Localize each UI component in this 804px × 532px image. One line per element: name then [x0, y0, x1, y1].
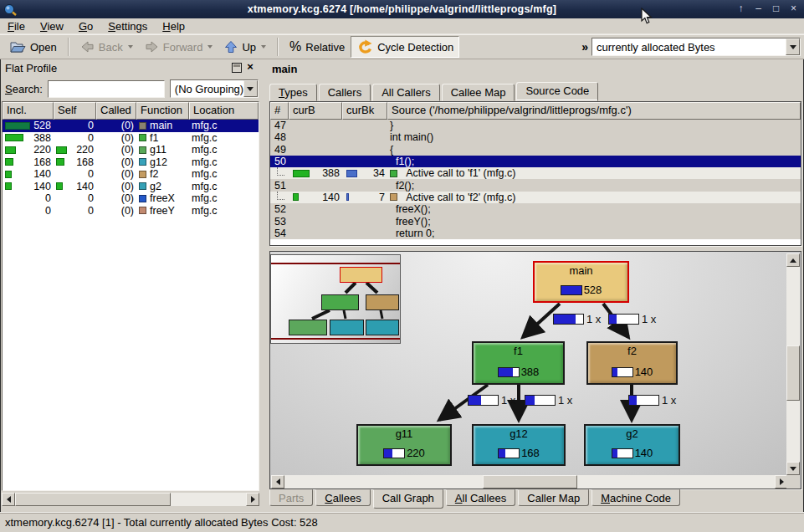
graph-node-g2[interactable]: g2 140 [584, 424, 680, 466]
col-function[interactable]: Function [136, 102, 189, 120]
graph-horizontal-scrollbar[interactable] [271, 475, 788, 489]
edge-label-main-f2: 1 x [608, 313, 656, 325]
graph-overview[interactable] [270, 254, 401, 344]
scrollbar-thumb[interactable] [15, 493, 171, 506]
source-line[interactable]: 47} [270, 120, 801, 131]
scroll-up-icon[interactable] [786, 253, 800, 267]
titlebar[interactable]: xtmemory.kcg.6274 [/home/philippe/valgri… [0, 0, 804, 18]
tab-all-callees[interactable]: All Callees [446, 489, 515, 506]
table-row[interactable]: 140 140 (0) g2 mfg.c [3, 181, 259, 193]
menu-go[interactable]: Go [71, 19, 100, 33]
function-color-icon [139, 171, 146, 178]
shade-button[interactable]: ↑ [734, 3, 748, 16]
table-row[interactable]: 0 0 (0) freeY mfg.c [3, 205, 259, 217]
menu-help[interactable]: Help [155, 19, 192, 33]
table-row[interactable]: 0 0 (0) freeX mfg.c [3, 192, 259, 205]
scroll-left-icon[interactable] [271, 475, 284, 489]
dock-horizontal-scrollbar[interactable] [2, 493, 259, 506]
tab-caller-map[interactable]: Caller Map [518, 489, 589, 506]
source-call-line[interactable]: 140 7 Active call to 'f2' (mfg.c) [270, 192, 801, 203]
col-incl[interactable]: Incl. [3, 102, 54, 120]
overview-node-main [340, 267, 382, 283]
function-color-icon [139, 134, 146, 141]
up-dropdown-icon[interactable] [261, 45, 266, 49]
tab-callees[interactable]: Callees [315, 489, 370, 506]
col-called[interactable]: Called [96, 102, 136, 120]
function-color-icon [139, 182, 146, 190]
col-line-number[interactable]: # [270, 102, 289, 120]
event-type-select[interactable]: currently allocated Bytes [591, 38, 801, 56]
back-button[interactable]: Back [74, 36, 139, 58]
graph-vertical-scrollbar[interactable] [786, 253, 800, 475]
table-row[interactable]: 388 0 (0) f1 mfg.c [3, 132, 259, 145]
menu-settings[interactable]: Settings [100, 19, 155, 33]
source-header: # curB curBk Source ('/home/philippe/val… [270, 102, 801, 120]
grouping-select[interactable]: (No Grouping) [170, 79, 259, 98]
table-row[interactable]: 528 0 (0) main mfg.c [3, 120, 259, 132]
graph-node-f2[interactable]: f2 140 [586, 341, 678, 385]
col-source[interactable]: Source ('/home/philippe/valgrind/littlep… [387, 102, 801, 120]
tab-machine-code[interactable]: Machine Code [591, 489, 680, 506]
open-button[interactable]: Open [3, 36, 63, 58]
toolbar-separator [68, 38, 69, 56]
graph-node-g11[interactable]: g11 220 [356, 424, 452, 466]
tab-callers[interactable]: Callers [319, 84, 371, 101]
search-input[interactable] [48, 80, 165, 98]
cycle-detection-button[interactable]: Cycle Detection [351, 36, 459, 58]
source-line[interactable]: 51 f2(); [270, 179, 801, 191]
source-line[interactable]: 54 return 0; [270, 228, 801, 239]
graph-node-main[interactable]: main 528 [533, 261, 629, 303]
maximize-button[interactable]: □ [769, 3, 783, 16]
up-button[interactable]: Up [218, 36, 272, 58]
graph-node-f1[interactable]: f1 388 [472, 341, 565, 385]
table-row[interactable]: 168 168 (0) g12 mfg.c [3, 156, 259, 169]
back-dropdown-icon[interactable] [128, 45, 133, 49]
source-call-line[interactable]: 388 34 Active call to 'f1' (mfg.c) [270, 167, 801, 179]
cycle-arrow-icon [356, 39, 373, 54]
col-self[interactable]: Self [54, 102, 96, 120]
dock-close-icon[interactable]: × [244, 61, 256, 73]
scrollbar-thumb[interactable] [483, 475, 577, 489]
relative-button[interactable]: % Relative [284, 36, 351, 58]
source-line[interactable]: 52 freeX(); [270, 203, 801, 215]
table-header: Incl. Self Called Function Location [3, 102, 259, 120]
menu-view[interactable]: View [33, 19, 71, 33]
tab-call-graph[interactable]: Call Graph [373, 489, 443, 509]
combo-arrow-icon[interactable] [243, 80, 258, 97]
source-line-selected[interactable]: 50 f1(); [270, 156, 801, 167]
tab-source-code[interactable]: Source Code [516, 82, 598, 101]
forward-button[interactable]: Forward [139, 36, 219, 58]
percent-icon: % [289, 39, 301, 54]
source-line[interactable]: 48int main() [270, 131, 801, 143]
scrollbar-thumb[interactable] [786, 345, 800, 401]
table-row[interactable]: 220 220 (0) g11 mfg.c [3, 144, 259, 156]
tab-parts[interactable]: Parts [269, 489, 313, 506]
flat-profile-table: Incl. Self Called Function Location 528 … [2, 101, 259, 491]
dock-titlebar[interactable]: Flat Profile × [2, 60, 259, 76]
forward-dropdown-icon[interactable] [207, 45, 213, 49]
scroll-right-icon[interactable] [246, 493, 259, 506]
tab-callee-map[interactable]: Callee Map [442, 84, 515, 101]
minimize-button[interactable]: – [751, 3, 766, 16]
scroll-down-icon[interactable] [786, 462, 800, 475]
table-row[interactable]: 140 0 (0) f2 mfg.c [3, 168, 259, 181]
col-location[interactable]: Location [189, 102, 259, 120]
close-button[interactable]: × [786, 3, 801, 16]
edge-label-f1-g11: 1 x [468, 394, 515, 407]
toolbar-overflow-chevron[interactable]: » [581, 40, 591, 54]
tree-branch-icon [277, 167, 284, 176]
cost-bar [498, 367, 520, 377]
graph-node-g12[interactable]: g12 168 [472, 424, 566, 466]
tab-types[interactable]: Types [269, 84, 317, 101]
source-line[interactable]: 49{ [270, 144, 801, 156]
menu-file[interactable]: File [0, 19, 33, 33]
scroll-left-icon[interactable] [2, 493, 15, 506]
combo-arrow-icon[interactable] [786, 38, 800, 55]
source-line[interactable]: 53 freeY(); [270, 215, 801, 227]
call-graph-view[interactable]: main 528 f1 388 f2 140 g11 220 g12 168 [269, 251, 801, 489]
tab-all-callers[interactable]: All Callers [372, 84, 440, 101]
col-curB[interactable]: curB [289, 102, 342, 120]
col-curBk[interactable]: curBk [342, 102, 387, 120]
selected-function-title: main [272, 63, 297, 75]
dock-float-icon[interactable] [232, 63, 242, 73]
